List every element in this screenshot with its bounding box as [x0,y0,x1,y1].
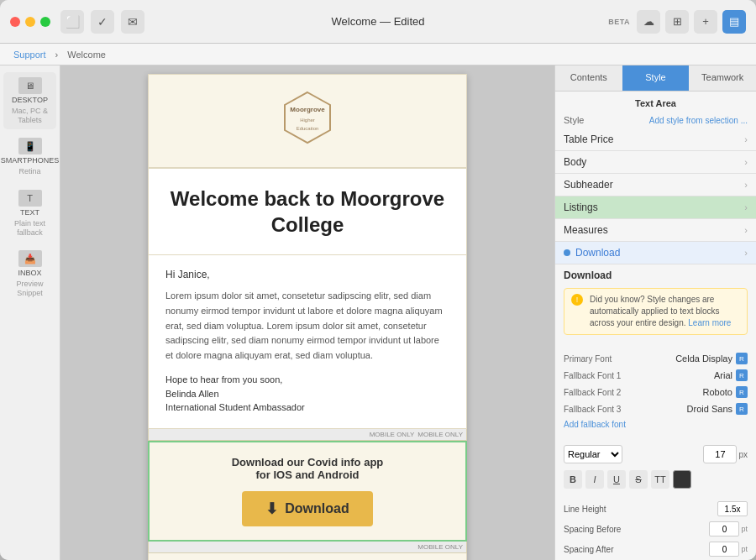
desktop-icon: 🖥 [18,77,42,94]
selected-style-label: Download [555,264,756,283]
tab-style[interactable]: Style [622,65,690,91]
close-button[interactable] [10,17,20,27]
sidebar-item-text[interactable]: T TEXT Plain text fallback [3,185,56,242]
titlebar: ⬜ ✓ ✉ Welcome — Edited BETA ☁ ⊞ + ▤ [0,0,756,44]
info-icon: ! [571,294,583,306]
info-box: ! Did you know? Style changes are automa… [564,288,748,335]
email-title: Welcome back to Moorgrove College [165,186,449,238]
panel-icon[interactable]: ▤ [722,10,746,34]
toolbar-left: ⬜ ✓ ✉ [60,10,144,34]
email-canvas: Moorgrove Higher Education Welcome back … [148,74,467,560]
send-icon[interactable]: ✉ [121,10,144,34]
fallback1-font-row: Fallback Font 1 Arial R [555,367,756,384]
grid-icon[interactable]: ⊞ [665,10,689,34]
fallback3-font-value: Droid Sans [687,404,732,414]
fallback1-font-label: Fallback Font 1 [564,371,621,380]
sidebar-inbox-label: INBOX [18,269,41,278]
spacing-after-label: Spacing After [564,545,613,554]
style-download-label: Download [575,247,620,259]
titlebar-right: BETA ☁ ⊞ + ▤ [608,10,746,34]
sidebar-desktop-sub: Mac, PC & Tablets [7,107,53,125]
tt-button[interactable]: TT [651,470,669,489]
color-swatch[interactable] [673,470,691,489]
style-item-download[interactable]: Download › [555,242,756,264]
chevron-right-icon: › [744,134,748,144]
minimize-button[interactable] [25,17,35,27]
download-button[interactable]: ⬇ Download [242,491,372,526]
monitor-icon[interactable]: ⬜ [60,10,84,34]
style-item-measures[interactable]: Measures › [555,219,756,242]
sidebar-item-smartphones[interactable]: 📱 SMARTPHONES Retina [3,133,56,181]
spacing-after-input[interactable] [709,542,739,557]
section-title: Text Area [555,92,756,112]
fallback3-font-btn[interactable]: R [736,403,748,415]
email-title-section: Welcome back to Moorgrove College [148,168,467,255]
strikethrough-button[interactable]: S [629,470,648,489]
tab-contents[interactable]: Contents [555,65,622,91]
fallback3-font-label: Fallback Font 3 [564,405,621,414]
fallback1-font-value: Arial [714,370,732,380]
fallback2-font-btn[interactable]: R [736,386,748,398]
style-item-listings[interactable]: Listings › [555,196,756,219]
inbox-icon: 📥 [18,250,42,267]
add-style-link[interactable]: Add style from selection ... [649,116,748,125]
toolbar-right-icons: ☁ ⊞ + ▤ [637,10,746,34]
breadcrumb-support[interactable]: Support [13,50,46,60]
chevron-right-icon: › [744,225,748,235]
download-arrow-icon: ⬇ [265,500,278,518]
mobile-only-bar-2: MOBILE ONLY [148,542,467,553]
mobile-only-label-2: MOBILE ONLY [417,431,463,438]
style-body-label: Body [564,156,586,168]
underline-button[interactable]: U [607,470,626,489]
svg-text:Higher: Higher [300,118,315,123]
line-height-input[interactable] [717,501,748,516]
canvas-area[interactable]: Moorgrove Higher Education Welcome back … [60,65,554,560]
download-title: Download our Covid info appfor IOS and A… [166,456,449,481]
left-sidebar: 🖥 DESKTOP Mac, PC & Tablets 📱 SMARTPHONE… [0,65,60,560]
right-panel: Contents Style Teamwork Text Area Style … [554,65,756,560]
email-sign-off: Hope to hear from you soon,Belinda Allen… [165,373,449,415]
window-title: Welcome — Edited [331,15,424,28]
fallback1-font-btn[interactable]: R [736,369,748,381]
chevron-right-icon: › [744,202,748,212]
check-icon[interactable]: ✓ [91,10,114,34]
text-icon: T [18,190,42,207]
style-measures-label: Measures [564,224,608,236]
bold-button[interactable]: B [564,470,582,489]
sidebar-item-inbox[interactable]: 📥 INBOX Preview Snippet [3,245,56,302]
chevron-right-icon: › [744,248,748,258]
fullscreen-button[interactable] [40,17,50,27]
sidebar-inbox-sub: Preview Snippet [7,280,53,298]
spacing-after-row: Spacing After pt [555,539,756,559]
px-label: px [738,450,748,459]
style-item-table-price[interactable]: Table Price › [555,128,756,151]
style-list: Table Price › Body › Subheader › Listing… [555,128,756,264]
font-size-input[interactable] [703,445,737,463]
fallback2-font-label: Fallback Font 2 [564,388,621,397]
style-item-body[interactable]: Body › [555,151,756,174]
svg-text:Education: Education [297,126,319,131]
italic-button[interactable]: I [585,470,604,489]
smartphones-icon: 📱 [18,138,42,154]
sidebar-text-sub: Plain text fallback [7,219,53,238]
style-subheader-label: Subheader [564,179,613,191]
tab-teamwork[interactable]: Teamwork [689,65,756,91]
email-header: Moorgrove Higher Education [148,74,467,168]
sidebar-text-label: TEXT [20,208,39,217]
chevron-right-icon: › [744,157,748,167]
style-item-subheader[interactable]: Subheader › [555,174,756,196]
spacing-before-label: Spacing Before [564,525,621,534]
active-dot [564,249,570,256]
spacing-before-input[interactable] [709,521,739,536]
font-section: Primary Font Celda Display R Fallback Fo… [555,347,756,435]
add-icon[interactable]: + [694,10,717,34]
app-window: ⬜ ✓ ✉ Welcome — Edited BETA ☁ ⊞ + ▤ Supp… [0,0,756,560]
email-body-text: Lorem ipsum dolor sit amet, consetetur s… [165,289,449,363]
sidebar-item-desktop[interactable]: 🖥 DESKTOP Mac, PC & Tablets [3,72,56,129]
add-fallback-link[interactable]: Add fallback font [555,417,756,432]
font-style-select[interactable]: Regular Bold Italic [564,445,622,463]
primary-font-btn[interactable]: R [736,353,748,364]
learn-more-link[interactable]: Learn more [688,318,731,327]
cloud-icon[interactable]: ☁ [637,10,660,34]
breadcrumb-welcome: Welcome [67,50,106,60]
